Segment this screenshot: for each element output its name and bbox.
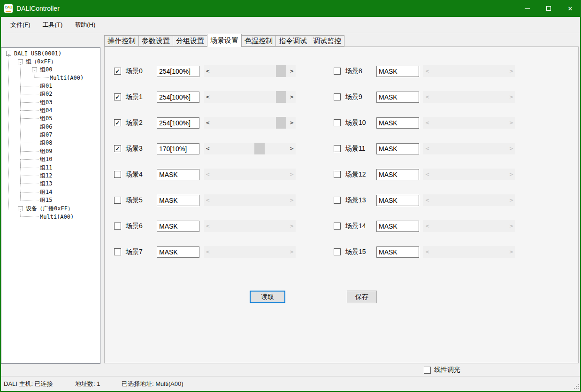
save-button[interactable]: 保存: [347, 291, 377, 303]
scene-checkbox[interactable]: [334, 223, 341, 230]
scene-value-input[interactable]: [157, 246, 199, 258]
scroll-left-icon[interactable]: <: [204, 117, 212, 129]
scene-checkbox[interactable]: ✓: [114, 145, 121, 152]
scene-value-input[interactable]: [157, 221, 199, 232]
scroll-right-icon[interactable]: >: [288, 65, 296, 77]
tree-item[interactable]: 组11: [1, 163, 100, 171]
read-button[interactable]: 读取: [250, 291, 285, 303]
tab-grouping-settings[interactable]: 分组设置: [173, 35, 207, 46]
collapse-expander-icon[interactable]: -: [18, 59, 23, 64]
tree-item-label[interactable]: 组02: [39, 90, 53, 98]
maximize-button[interactable]: [538, 0, 559, 17]
tree-item-label[interactable]: DALI USB(0001): [13, 50, 62, 57]
tree-item-label[interactable]: 组04: [39, 107, 53, 115]
tree-item[interactable]: -组（0xFF）: [1, 57, 100, 65]
tree-item-label[interactable]: 组07: [39, 131, 53, 139]
tree-item-label[interactable]: 组15: [39, 196, 53, 204]
tree-item-label[interactable]: 组14: [39, 188, 53, 196]
collapse-expander-icon[interactable]: -: [6, 51, 11, 56]
scene-level-scrollbar[interactable]: <>: [204, 117, 296, 129]
tree-item[interactable]: 组09: [1, 147, 100, 155]
scene-checkbox[interactable]: [334, 68, 341, 75]
tree-item[interactable]: 组10: [1, 155, 100, 163]
scene-value-input[interactable]: [376, 246, 419, 258]
tree-item[interactable]: -DALI USB(0001): [1, 49, 100, 57]
scene-level-scrollbar[interactable]: <>: [204, 143, 296, 154]
resize-grip-icon[interactable]: [578, 388, 579, 389]
menu-item-tools[interactable]: 工具(T): [37, 18, 69, 32]
tree-item[interactable]: -设备（广播0xFF）: [1, 204, 100, 212]
scene-checkbox[interactable]: [334, 145, 341, 152]
menu-item-help[interactable]: 帮助(H): [69, 18, 101, 32]
scene-value-input[interactable]: [376, 117, 419, 129]
tab-debug-monitor[interactable]: 调试监控: [310, 35, 344, 46]
tree-item[interactable]: 组03: [1, 98, 100, 106]
tree-item[interactable]: 组04: [1, 107, 100, 115]
scene-value-input[interactable]: [157, 92, 199, 103]
scene-value-input[interactable]: [157, 143, 199, 154]
tab-operation-control[interactable]: 操作控制: [104, 35, 139, 46]
tree-item[interactable]: Multi(A00): [1, 74, 100, 82]
tree-item-label[interactable]: 组13: [39, 180, 53, 188]
scene-checkbox[interactable]: ✓: [114, 93, 121, 100]
scene-value-input[interactable]: [376, 92, 419, 103]
device-tree-panel[interactable]: -DALI USB(0001)-组（0xFF）-组00Multi(A00)组01…: [1, 47, 100, 364]
scroll-left-icon[interactable]: <: [204, 143, 212, 154]
scene-value-input[interactable]: [157, 169, 199, 180]
tree-item-label[interactable]: 组01: [39, 82, 53, 90]
tab-command-debug[interactable]: 指令调试: [275, 35, 310, 46]
tree-item-label[interactable]: 组10: [39, 155, 53, 163]
tab-parameter-settings[interactable]: 参数设置: [138, 35, 173, 46]
scrollbar-thumb[interactable]: [276, 65, 286, 77]
tree-item-label[interactable]: 组03: [39, 99, 53, 107]
tree-item-label[interactable]: 组00: [39, 66, 53, 74]
scene-value-input[interactable]: [376, 143, 419, 154]
scene-value-input[interactable]: [376, 195, 419, 206]
tab-scene-settings[interactable]: 场景设置: [207, 34, 242, 47]
tree-item[interactable]: 组02: [1, 90, 100, 98]
scene-checkbox[interactable]: [114, 248, 121, 255]
scene-checkbox[interactable]: [114, 197, 121, 204]
tree-item-label[interactable]: Multi(A00): [49, 75, 84, 81]
scene-value-input[interactable]: [157, 117, 199, 129]
scene-checkbox[interactable]: [114, 223, 121, 230]
scrollbar-thumb[interactable]: [276, 117, 286, 129]
close-button[interactable]: ✕: [559, 0, 581, 17]
scroll-right-icon[interactable]: >: [288, 117, 296, 129]
scene-value-input[interactable]: [376, 169, 419, 180]
tree-item-label[interactable]: 组05: [39, 115, 53, 123]
tree-item-label[interactable]: 设备（广播0xFF）: [25, 205, 74, 213]
collapse-expander-icon[interactable]: -: [32, 67, 37, 72]
tree-item-label[interactable]: Multi(A00): [39, 214, 75, 220]
scroll-right-icon[interactable]: >: [288, 91, 296, 103]
tree-item-label[interactable]: 组09: [39, 147, 53, 155]
tree-item-label[interactable]: 组12: [39, 172, 53, 180]
collapse-expander-icon[interactable]: -: [18, 206, 23, 211]
scrollbar-thumb[interactable]: [276, 91, 286, 103]
linear-dimming-checkbox[interactable]: [424, 367, 431, 374]
tree-item-label[interactable]: 组08: [39, 139, 53, 147]
scene-checkbox[interactable]: ✓: [114, 119, 121, 126]
tree-item[interactable]: 组13: [1, 180, 100, 188]
tree-item-label[interactable]: 组（0xFF）: [25, 58, 57, 66]
scene-level-scrollbar[interactable]: <>: [204, 91, 296, 103]
scene-checkbox[interactable]: [334, 119, 341, 126]
scene-checkbox[interactable]: [334, 248, 341, 255]
scroll-left-icon[interactable]: <: [204, 65, 212, 77]
scene-checkbox[interactable]: [334, 197, 341, 204]
tree-item[interactable]: 组07: [1, 131, 100, 139]
tree-item-label[interactable]: 组11: [39, 164, 53, 172]
scene-value-input[interactable]: [376, 221, 419, 232]
tree-item[interactable]: 组05: [1, 115, 100, 123]
tree-item[interactable]: Multi(A00): [1, 213, 100, 221]
minimize-button[interactable]: [516, 0, 538, 17]
menu-item-file[interactable]: 文件(F): [4, 18, 37, 32]
tree-item[interactable]: -组00: [1, 66, 100, 74]
scene-value-input[interactable]: [157, 195, 199, 206]
scene-value-input[interactable]: [157, 66, 199, 77]
tree-item[interactable]: 组01: [1, 82, 100, 90]
tab-color-temp-control[interactable]: 色温控制: [241, 35, 276, 46]
tree-item[interactable]: 组06: [1, 123, 100, 131]
tree-item[interactable]: 组08: [1, 139, 100, 147]
tree-item[interactable]: 组14: [1, 188, 100, 196]
